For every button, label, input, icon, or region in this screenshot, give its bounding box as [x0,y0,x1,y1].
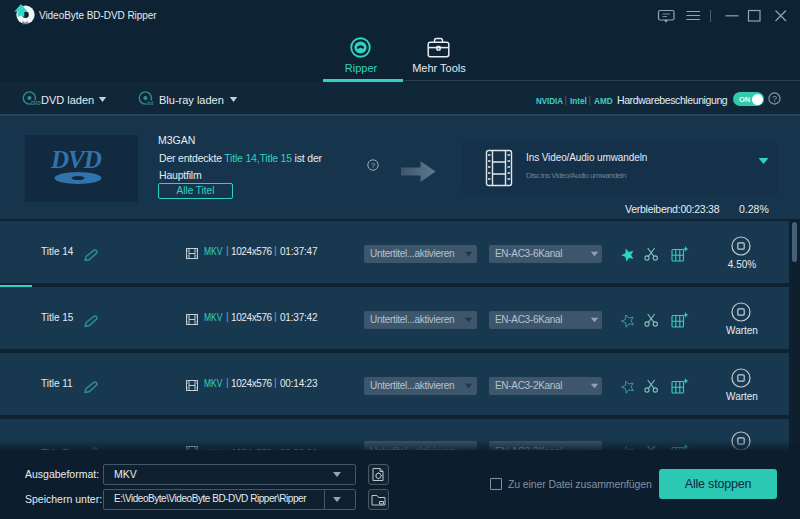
svg-text:bd: bd [148,101,154,106]
svg-text:DVD: DVD [31,101,41,106]
svg-text:?: ? [772,94,777,104]
svg-text:bd: bd [22,21,28,26]
svg-text:DVD: DVD [50,146,102,173]
svg-text:?: ? [371,161,376,170]
